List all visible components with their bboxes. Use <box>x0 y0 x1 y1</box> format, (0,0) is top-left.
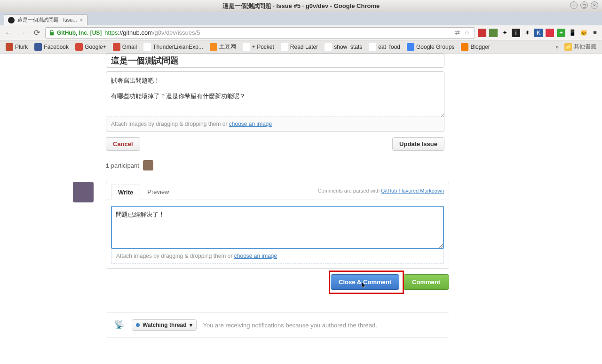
comment-box: Write Preview Comments are parsed with G… <box>106 182 449 269</box>
reload-button[interactable]: ⟳ <box>31 27 42 39</box>
watch-reason: You are receiving notifications because … <box>203 322 377 329</box>
bookmark-bar: PlurkFacebookGoogle+GmailThunderLixianEx… <box>0 40 602 54</box>
bookmark-label: + Pocket <box>252 44 274 50</box>
bookmark-label: Gmail <box>122 44 137 50</box>
cancel-button[interactable]: Cancel <box>106 137 140 151</box>
bookmark-favicon-icon <box>143 43 151 51</box>
bookmark-item[interactable]: eat_food <box>366 41 403 52</box>
close-and-comment-button[interactable]: Close & Comment <box>331 274 399 290</box>
url-scheme: https <box>104 29 118 36</box>
bookmark-item[interactable]: ThunderLixianExp... <box>141 41 206 52</box>
star-icon[interactable]: ☆ <box>464 29 472 37</box>
attach-bar[interactable]: Attach images by dragging & dropping the… <box>106 116 444 132</box>
tab-write[interactable]: Write <box>111 185 140 200</box>
tab-favicon-icon <box>8 17 15 23</box>
ev-badge: GitHub, Inc. [US] <box>57 30 102 36</box>
bookmark-favicon-icon <box>243 43 250 51</box>
bookmark-item[interactable]: Google Groups <box>404 41 457 52</box>
bookmark-favicon-icon <box>407 43 414 51</box>
bookmark-favicon-icon <box>325 43 332 51</box>
maximize-icon[interactable]: ◻ <box>580 1 588 9</box>
ext-icon[interactable] <box>478 29 486 37</box>
issue-title-input[interactable] <box>106 54 444 68</box>
ext-icon[interactable]: 🐱 <box>579 29 588 37</box>
window-title: 這是一個測試問題 · Issue #5 · g0v/dev - Google C… <box>222 2 380 10</box>
bookmark-favicon-icon <box>6 43 13 51</box>
bookmark-label: Google Groups <box>416 44 454 50</box>
bookmark-favicon-icon <box>461 43 468 51</box>
choose-image-link[interactable]: choose an image <box>234 253 277 259</box>
participant-avatar[interactable] <box>143 160 153 170</box>
bookmark-label: Blogger <box>470 44 490 50</box>
bookmark-label: ThunderLixianExp... <box>153 44 203 50</box>
bookmark-item[interactable]: Read Later <box>278 41 321 52</box>
url-host: ://github.com <box>118 29 153 36</box>
forward-button[interactable]: → <box>17 27 28 39</box>
ext-icon[interactable]: 📱 <box>568 29 577 37</box>
bookmark-item[interactable]: Google+ <box>72 41 109 52</box>
bookmark-label: eat_food <box>378 44 400 50</box>
ext-icon[interactable] <box>489 29 498 37</box>
comment-attach-bar[interactable]: Attach images by dragging & dropping the… <box>111 249 444 263</box>
menu-icon[interactable]: ≡ <box>591 29 599 37</box>
comment-textarea[interactable]: 問題已經解決了！ <box>111 206 444 249</box>
bookmark-item[interactable]: Blogger <box>458 41 492 52</box>
bookmark-label: Plurk <box>15 44 28 50</box>
ext-icon[interactable] <box>546 29 554 37</box>
bookmark-favicon-icon <box>113 43 120 51</box>
participants-row: 1 participant <box>106 160 444 170</box>
url-box[interactable]: GitHub, Inc. [US] https ://github.com /g… <box>45 27 475 39</box>
tab-close-icon[interactable]: × <box>80 17 83 23</box>
minimize-icon[interactable]: – <box>570 1 578 9</box>
bookmark-favicon-icon <box>34 43 42 51</box>
url-path: /g0v/dev/issues/5 <box>153 29 200 36</box>
comment-button[interactable]: Comment <box>403 274 449 290</box>
watch-button-label: Watching thread <box>143 322 187 328</box>
translate-icon[interactable]: ⇄ <box>455 29 462 37</box>
bookmark-label: 土豆网 <box>219 43 236 51</box>
ext-icon[interactable]: ✦ <box>500 29 509 37</box>
bookmark-favicon-icon <box>75 43 83 51</box>
address-bar: ← → ⟳ GitHub, Inc. [US] https ://github.… <box>0 25 602 40</box>
close-window-icon[interactable]: × <box>591 1 598 9</box>
user-avatar[interactable] <box>73 182 94 202</box>
browser-tab[interactable]: 這是一個測試問題 · Issu... × <box>4 14 87 25</box>
window-titlebar: 這是一個測試問題 · Issue #5 · g0v/dev - Google C… <box>0 0 602 12</box>
ext-icon[interactable]: K <box>534 29 543 37</box>
bookmark-item[interactable]: Facebook <box>32 41 71 52</box>
bookmark-item[interactable]: + Pocket <box>240 41 277 52</box>
ext-icon[interactable]: + <box>557 29 565 37</box>
tab-strip: 這是一個測試問題 · Issu... × <box>0 12 602 25</box>
watching-thread-button[interactable]: Watching thread ▾ <box>132 319 197 331</box>
choose-image-link[interactable]: choose an image <box>229 121 272 127</box>
tab-label: 這是一個測試問題 · Issu... <box>17 16 77 23</box>
bookmark-label: Google+ <box>85 44 106 50</box>
ext-icon[interactable]: ✶ <box>523 29 531 37</box>
update-issue-button[interactable]: Update Issue <box>392 137 444 151</box>
other-bookmarks-label: 其他書籤 <box>574 43 596 51</box>
back-button[interactable]: ← <box>3 27 14 39</box>
bookmark-item[interactable]: 土豆网 <box>207 41 239 52</box>
lock-icon <box>48 30 55 36</box>
markdown-hint: Comments are parsed with GitHub Flavored… <box>318 188 444 194</box>
window-controls: – ◻ × <box>570 1 598 9</box>
participant-label: participant <box>111 162 139 169</box>
extensions: ✦ i ✶ K + 📱 🐱 ≡ <box>478 29 599 37</box>
attach-text: Attach images by dragging & dropping the… <box>116 253 234 259</box>
bookmark-label: Facebook <box>44 44 69 50</box>
participant-count: 1 <box>106 162 109 169</box>
bookmark-item[interactable]: show_stats <box>322 41 365 52</box>
issue-body-textarea[interactable]: 試著寫出問題吧！ 有哪些功能壞掉了？還是你希望有什麼新功能呢？ <box>106 71 444 118</box>
tab-preview[interactable]: Preview <box>140 184 176 200</box>
bookmark-favicon-icon <box>281 43 288 51</box>
broadcast-icon: 📡 <box>114 319 125 331</box>
watch-footer: 📡 Watching thread ▾ You are receiving no… <box>106 312 449 338</box>
page-viewport[interactable]: 試著寫出問題吧！ 有哪些功能壞掉了？還是你希望有什麼新功能呢？ Attach i… <box>0 54 602 364</box>
status-dot-icon <box>136 323 140 327</box>
bookmark-item[interactable]: Gmail <box>110 41 140 52</box>
bookmark-item[interactable]: Plurk <box>3 41 31 52</box>
gfm-link[interactable]: GitHub Flavored Markdown <box>381 188 444 194</box>
other-bookmarks-folder[interactable]: 📁 其他書籤 <box>562 41 599 52</box>
ext-icon[interactable]: i <box>512 29 520 37</box>
bookmark-overflow[interactable]: » <box>555 44 559 50</box>
